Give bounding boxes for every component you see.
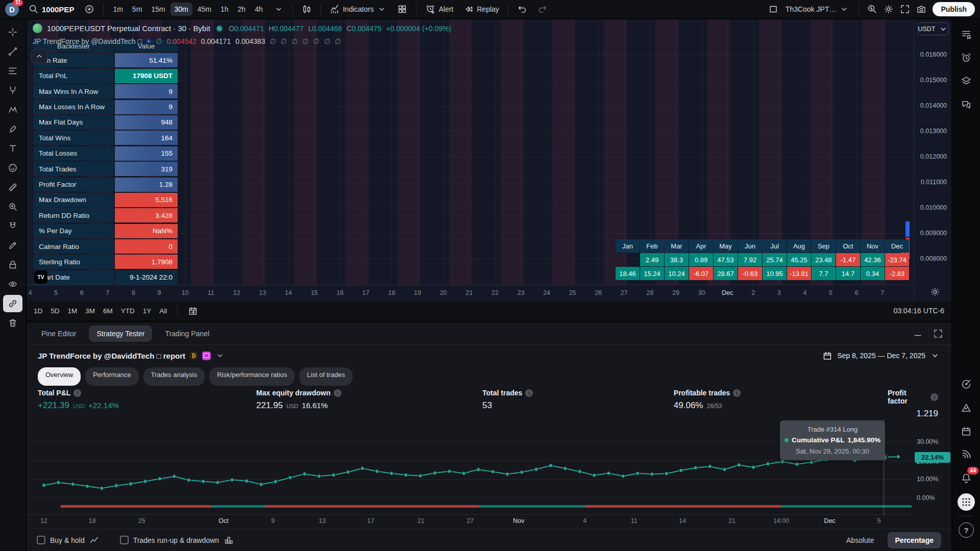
layout-name-button[interactable]: Th3Cook JPT…: [785, 2, 851, 16]
undo-icon[interactable]: [513, 2, 531, 16]
chart-style-candles-icon[interactable]: [298, 2, 315, 16]
buy-hold-toggle[interactable]: Buy & hold: [37, 535, 100, 545]
tool-eye[interactable]: [3, 276, 22, 293]
tool-trash[interactable]: [3, 314, 22, 332]
tool-brush[interactable]: [3, 120, 22, 138]
range-5d[interactable]: 5D: [51, 307, 59, 315]
percentage-button[interactable]: Percentage: [888, 532, 941, 548]
interval-1m[interactable]: 1m: [109, 3, 127, 16]
info-icon[interactable]: i: [733, 389, 741, 397]
interval-45m[interactable]: 45m: [193, 3, 215, 16]
info-icon[interactable]: i: [74, 389, 81, 397]
sidebar-object-tree-button[interactable]: [958, 73, 974, 89]
tool-zoom-in[interactable]: [3, 198, 22, 215]
tool-ruler[interactable]: [3, 179, 22, 196]
tool-text[interactable]: [3, 140, 22, 157]
indicators-button[interactable]: Indicators: [326, 2, 391, 16]
sidebar-scanner-button[interactable]: [958, 376, 974, 392]
tab-pine-editor[interactable]: Pine Editor: [34, 325, 84, 342]
avatar[interactable]: D 11: [5, 3, 19, 16]
fullscreen-icon[interactable]: [900, 4, 910, 14]
report-tab-list-of-trades[interactable]: List of trades: [299, 367, 352, 386]
report-tab-performance[interactable]: Performance: [85, 367, 138, 386]
currency-toggle-button[interactable]: USDT: [918, 22, 948, 35]
tool-pencil[interactable]: [3, 237, 22, 254]
tool-link[interactable]: [3, 295, 22, 312]
interval-30m[interactable]: 30m: [170, 3, 192, 16]
minimize-panel-icon[interactable]: [913, 329, 923, 339]
sidebar-chat-button[interactable]: [958, 96, 974, 113]
chevron-down-icon[interactable]: [270, 2, 287, 16]
range-1d[interactable]: 1D: [34, 307, 42, 315]
range-ytd[interactable]: YTD: [121, 307, 135, 315]
range-1m[interactable]: 1M: [68, 307, 78, 315]
sidebar-notifications-bell-button[interactable]: 44: [958, 470, 974, 486]
interval-2h[interactable]: 2h: [234, 3, 250, 16]
info-icon[interactable]: i: [525, 389, 533, 397]
range-all[interactable]: All: [159, 307, 167, 315]
tab-trading-panel[interactable]: Trading Panel: [157, 325, 217, 342]
tool-magnet[interactable]: [3, 217, 22, 235]
clock[interactable]: 03:04:16 UTC-6: [893, 307, 944, 315]
report-tab-trades-analysis[interactable]: Trades analysis: [143, 367, 205, 386]
sidebar-news-feed-button[interactable]: [958, 446, 974, 463]
interval-15m[interactable]: 15m: [147, 3, 169, 16]
absolute-button[interactable]: Absolute: [846, 536, 874, 544]
chevron-down-icon[interactable]: [215, 350, 225, 361]
sidebar-watchlist-button[interactable]: [958, 26, 974, 42]
pitchfork-icon: [8, 85, 18, 95]
publish-button[interactable]: Publish: [933, 2, 975, 16]
quick-search-icon[interactable]: [867, 4, 877, 14]
info-icon[interactable]: i: [930, 393, 938, 401]
info-icon[interactable]: i: [334, 389, 341, 397]
range-1y[interactable]: 1Y: [143, 307, 152, 315]
expand-panel-icon[interactable]: [933, 329, 943, 339]
plus-icon[interactable]: +: [146, 37, 151, 46]
tool-pattern[interactable]: [3, 101, 22, 118]
axis-settings-gear-icon[interactable]: [930, 287, 940, 297]
sidebar-help-button[interactable]: ?: [959, 522, 974, 538]
settings-gear-icon[interactable]: [884, 4, 894, 14]
backtester-stats-table[interactable]: TV BacktesterValueWin Rate51.41%Total Pn…: [33, 40, 178, 285]
sidebar-apps-button[interactable]: [958, 493, 975, 511]
interval-4h[interactable]: 4h: [251, 3, 267, 16]
layout-square-icon[interactable]: [768, 4, 778, 14]
range-3m[interactable]: 3M: [85, 307, 95, 315]
symbol-search-button[interactable]: 1000PEP: [25, 2, 78, 16]
sidebar-calendar-button[interactable]: [958, 423, 974, 439]
sidebar-ideas-button[interactable]: [958, 399, 974, 416]
report-tab-overview[interactable]: Overview: [38, 367, 81, 386]
chart-pane[interactable]: TV BacktesterValueWin Rate51.41%Total Pn…: [27, 19, 951, 301]
buy-hold-checkbox[interactable]: [37, 536, 45, 544]
range-6m[interactable]: 6M: [103, 307, 113, 315]
report-tab-risk-performance-ratios[interactable]: Risk/performance ratios: [209, 367, 295, 386]
sidebar-alarm-clock-button[interactable]: [958, 49, 974, 66]
deep-backtesting-icon[interactable]: [202, 352, 211, 360]
indicator-name[interactable]: JP TrendForce by @DaviddTech □: [33, 37, 142, 45]
interval-5m[interactable]: 5m: [128, 3, 146, 16]
grid-layout-icon[interactable]: [394, 2, 411, 16]
tool-emoji[interactable]: [3, 159, 22, 177]
interval-1h[interactable]: 1h: [216, 3, 233, 16]
tool-crosshair[interactable]: [3, 23, 22, 41]
trades-runup-checkbox[interactable]: [120, 536, 129, 544]
redo-icon[interactable]: [534, 2, 551, 16]
go-to-date-icon[interactable]: [188, 306, 198, 316]
tool-lock[interactable]: [3, 256, 22, 273]
tool-pitchfork[interactable]: [3, 82, 22, 99]
compare-add-icon[interactable]: [81, 2, 98, 16]
price-chart-plot[interactable]: TV BacktesterValueWin Rate51.41%Total Pn…: [27, 19, 914, 285]
indicator-legend[interactable]: JP TrendForce by @DaviddTech □ + ∅0.0045…: [33, 37, 451, 46]
alert-button[interactable]: Alert: [422, 2, 457, 16]
tab-strategy-tester[interactable]: Strategy Tester: [89, 325, 152, 342]
replay-button[interactable]: Replay: [460, 2, 503, 16]
price-axis[interactable]: USDT 0.0160000.0150000.0140000.0130000.0…: [914, 19, 951, 301]
trades-runup-toggle[interactable]: Trades run-up & drawdown: [120, 535, 234, 545]
symbol-title[interactable]: 1000PEPEUSDT Perpetual Contract · 30 · B…: [47, 24, 210, 33]
tool-trend-line[interactable]: [3, 43, 22, 60]
table-collapse-button[interactable]: [31, 49, 47, 63]
time-axis[interactable]: 4567891011121314151617181920212223242526…: [27, 285, 914, 301]
tool-fib-retracement[interactable]: [3, 62, 22, 80]
date-range-picker[interactable]: Sep 8, 2025 — Dec 7, 2025: [822, 350, 940, 361]
camera-icon[interactable]: [916, 4, 926, 14]
